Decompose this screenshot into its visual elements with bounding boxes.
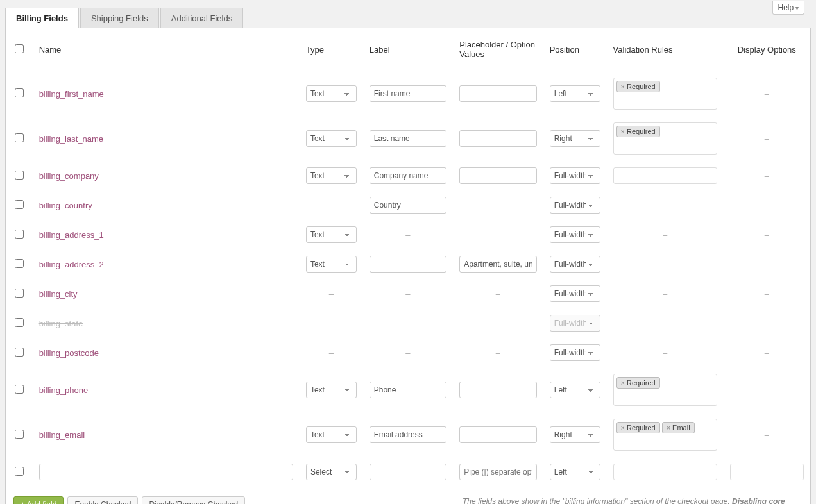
position-select[interactable]: Full-width [550,285,600,302]
table-row: billing_companyTextFull-width– [6,161,810,190]
label-input[interactable] [370,426,446,443]
tab-additional[interactable]: Additional Fields [160,8,243,28]
row-checkbox[interactable] [15,259,24,268]
label-input[interactable] [370,382,446,398]
type-select[interactable]: Text [306,85,357,102]
row-checkbox[interactable] [15,88,24,97]
dash: – [459,289,536,299]
row-checkbox[interactable] [15,200,24,209]
tab-shipping[interactable]: Shipping Fields [80,8,159,28]
dash: – [370,289,446,299]
validation-box[interactable]: RequiredEmail [613,419,717,451]
type-select[interactable]: Text [306,426,357,443]
enable-checked-button[interactable]: Enable Checked [67,496,138,504]
dash: – [306,201,357,210]
validation-tag[interactable]: Required [616,422,660,433]
validation-box[interactable] [613,464,717,480]
placeholder-input[interactable] [459,130,536,147]
table-row: billing_country––Full-width–– [6,190,810,220]
validation-box[interactable] [613,167,717,184]
position-select[interactable]: Right [550,130,600,147]
position-select[interactable]: Full-width [550,197,600,214]
row-checkbox[interactable] [15,289,24,298]
display-box[interactable] [730,464,804,480]
position-select[interactable]: Full-width [550,167,600,184]
field-name[interactable]: billing_last_name [39,134,103,144]
validation-tag[interactable]: Required [616,377,660,389]
col-name: Name [33,28,300,71]
validation-tag[interactable]: Email [662,422,695,433]
label-input[interactable] [370,85,446,102]
footer-note: The fields above show in the "billing in… [463,496,803,504]
disable-checked-button[interactable]: Disable/Remove Checked [142,496,245,504]
row-checkbox[interactable] [15,385,24,394]
field-name[interactable]: billing_company [39,171,99,181]
label-input[interactable] [370,167,446,184]
row-checkbox[interactable] [15,430,24,439]
dash: – [730,260,804,269]
label-input[interactable] [370,197,446,214]
help-button[interactable]: Help [772,1,804,15]
type-select[interactable]: Text [306,130,357,147]
add-field-button[interactable]: + Add field [13,496,64,504]
field-name[interactable]: billing_city [39,289,78,299]
dash: – [613,348,717,358]
field-name[interactable]: billing_address_2 [39,260,104,269]
validation-box[interactable]: Required [613,78,717,110]
position-select[interactable]: Full-width [550,226,600,243]
dash: – [306,319,357,328]
row-checkbox[interactable] [15,230,24,239]
placeholder-input[interactable] [459,256,536,273]
field-name[interactable]: billing_postcode [39,348,99,358]
field-name[interactable]: billing_email [39,430,85,440]
field-name[interactable]: billing_state [39,319,83,328]
placeholder-input[interactable] [459,464,536,480]
field-name[interactable]: billing_country [39,201,92,210]
field-name[interactable]: billing_phone [39,385,89,395]
validation-box[interactable]: Required [613,122,717,155]
type-select[interactable]: Text [306,226,357,243]
new-name-input[interactable] [39,464,293,480]
position-select[interactable]: Full-width [550,315,600,332]
position-select[interactable]: Left [550,464,600,480]
row-checkbox[interactable] [15,318,24,327]
row-checkbox[interactable] [15,171,24,180]
validation-tag[interactable]: Required [616,81,660,92]
placeholder-input[interactable] [459,382,536,398]
type-select[interactable]: Text [306,167,357,184]
placeholder-input[interactable] [459,426,536,443]
table-row: billing_postcode–––Full-width–– [6,338,810,367]
position-select[interactable]: Left [550,382,600,398]
placeholder-input[interactable] [459,85,536,102]
placeholder-input[interactable] [459,167,536,184]
dash: – [730,201,804,210]
select-all-checkbox[interactable] [15,44,24,53]
tab-billing[interactable]: Billing Fields [5,8,79,28]
position-select[interactable]: Right [550,426,600,443]
type-select[interactable]: Text [306,382,357,398]
dash: – [459,319,536,328]
row-checkbox[interactable] [15,348,24,357]
row-checkbox[interactable] [15,133,24,142]
label-input[interactable] [370,464,446,480]
dash: – [730,319,804,328]
position-select[interactable]: Left [550,85,600,102]
row-checkbox[interactable] [15,467,24,476]
validation-box[interactable]: Required [613,374,717,406]
field-name[interactable]: billing_address_1 [39,230,104,240]
position-select[interactable]: Full-width [550,344,600,361]
label-input[interactable] [370,256,446,273]
label-input[interactable] [370,130,446,147]
dash: – [730,134,804,144]
type-select[interactable]: Text [306,256,357,273]
validation-tag[interactable]: Required [616,126,660,137]
dash: – [730,289,804,299]
col-validation: Validation Rules [607,28,724,71]
dash: – [306,348,357,358]
position-select[interactable]: Full-width [550,256,600,273]
dash: – [730,385,804,395]
col-type: Type [300,28,363,71]
col-display: Display Options [724,28,810,71]
field-name[interactable]: billing_first_name [39,89,104,99]
type-select[interactable]: Select [306,464,357,480]
